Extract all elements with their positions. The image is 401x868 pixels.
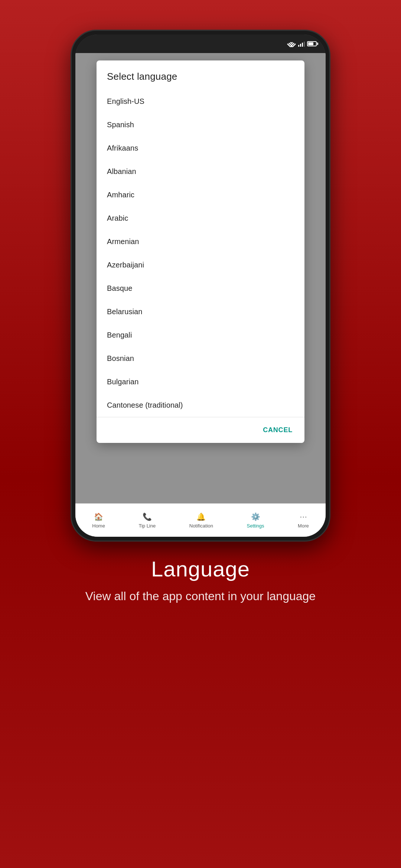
dialog-title: Select language (97, 60, 304, 88)
dialog-overlay: Select language English-USSpanishAfrikaa… (75, 53, 326, 537)
home-indicator (167, 532, 234, 534)
language-dialog: Select language English-USSpanishAfrikaa… (97, 60, 304, 443)
nav-item-home[interactable]: 🏠 Home (92, 512, 105, 529)
language-item[interactable]: Arabic (97, 207, 304, 230)
language-item[interactable]: Amharic (97, 183, 304, 207)
nav-item-tip-line[interactable]: 📞 Tip Line (138, 512, 156, 529)
svg-marker-2 (290, 42, 293, 44)
status-icons (287, 40, 317, 47)
nav-icon-tip line: 📞 (142, 512, 152, 522)
status-bar (75, 34, 326, 53)
phone-shell: Select language English-USSpanishAfrikaa… (71, 30, 330, 542)
nav-icon-more: ⋯ (299, 512, 308, 522)
nav-label: Notification (189, 523, 213, 529)
nav-icon-settings: ⚙️ (251, 512, 260, 522)
nav-icon-home: 🏠 (94, 512, 104, 522)
language-item[interactable]: Bengali (97, 323, 304, 347)
language-item[interactable]: Spanish (97, 113, 304, 137)
language-item[interactable]: Afrikaans (97, 137, 304, 160)
bottom-caption: Language View all of the app content in … (63, 556, 338, 605)
svg-point-3 (291, 46, 292, 47)
cancel-button[interactable]: CANCEL (257, 423, 299, 438)
dialog-actions: CANCEL (97, 419, 304, 443)
nav-item-more[interactable]: ⋯ More (298, 512, 309, 529)
language-item[interactable]: Bosnian (97, 347, 304, 370)
language-list[interactable]: English-USSpanishAfrikaansAlbanianAmhari… (97, 88, 304, 419)
nav-label: Tip Line (138, 523, 156, 529)
language-item[interactable]: Azerbaijani (97, 253, 304, 277)
nav-icon-notification: 🔔 (196, 512, 206, 522)
app-background: Select language English-USSpanishAfrikaa… (75, 53, 326, 537)
language-item[interactable]: English-US (97, 90, 304, 113)
language-item[interactable]: Belarusian (97, 300, 304, 323)
language-item[interactable]: Cantonese (traditional) (97, 394, 304, 417)
battery-icon (307, 41, 317, 46)
language-item[interactable]: Bulgarian (97, 370, 304, 394)
caption-subtitle: View all of the app content in your lang… (85, 588, 316, 605)
language-item[interactable]: Armenian (97, 230, 304, 253)
nav-label: Home (92, 523, 105, 529)
nav-item-settings[interactable]: ⚙️ Settings (247, 512, 264, 529)
language-item[interactable]: Albanian (97, 160, 304, 183)
nav-label: Settings (247, 523, 264, 529)
nav-label: More (298, 523, 309, 529)
signal-icon (298, 41, 305, 47)
caption-title: Language (85, 556, 316, 581)
language-item[interactable]: Basque (97, 277, 304, 300)
wifi-icon (287, 40, 296, 47)
phone-inner: Select language English-USSpanishAfrikaa… (75, 34, 326, 537)
nav-item-notification[interactable]: 🔔 Notification (189, 512, 213, 529)
